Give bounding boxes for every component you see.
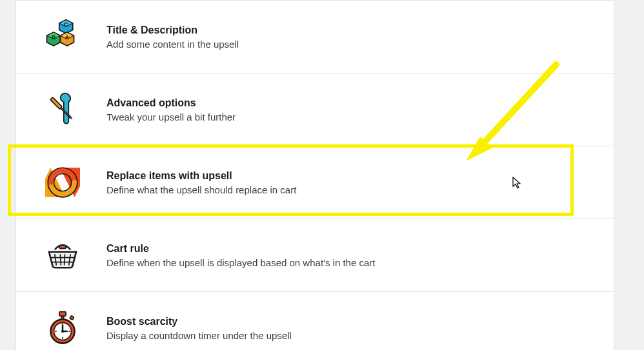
svg-point-34 [61, 330, 64, 333]
svg-line-18 [61, 254, 61, 266]
tools-icon [42, 89, 83, 130]
row-title-description[interactable]: C B A Title & Description Add some conte… [16, 1, 614, 73]
row-desc: Add some content in the upsell [106, 39, 588, 50]
settings-list: C B A Title & Description Add some conte… [15, 0, 614, 350]
svg-rect-16 [59, 245, 66, 248]
svg-line-19 [65, 254, 65, 266]
row-title: Advanced options [106, 97, 588, 109]
svg-point-15 [54, 174, 72, 191]
svg-text:A: A [65, 34, 70, 41]
stopwatch-icon [42, 307, 83, 349]
svg-text:C: C [64, 21, 68, 28]
svg-text:B: B [52, 34, 55, 41]
row-text: Replace items with upsell Define what th… [106, 170, 588, 195]
row-title: Replace items with upsell [106, 170, 588, 182]
row-desc: Define what the upsell should replace in… [106, 184, 588, 195]
row-title: Boost scarcity [106, 316, 588, 327]
row-title: Cart rule [106, 243, 588, 255]
row-title: Title & Description [106, 24, 588, 36]
blocks-icon: C B A [42, 16, 83, 57]
svg-rect-23 [59, 312, 66, 316]
row-cart-rule[interactable]: Cart rule Define when the upsell is disp… [16, 219, 614, 292]
row-text: Cart rule Define when the upsell is disp… [106, 243, 588, 268]
row-text: Advanced options Tweak your upsell a bit… [106, 97, 588, 122]
row-boost-scarcity[interactable]: Boost scarcity Display a countdown timer… [16, 292, 614, 350]
svg-rect-25 [70, 316, 74, 320]
basket-icon [42, 235, 83, 276]
row-advanced-options[interactable]: Advanced options Tweak your upsell a bit… [16, 73, 614, 146]
row-text: Boost scarcity Display a countdown timer… [106, 316, 588, 341]
replace-cycle-icon [42, 162, 83, 203]
row-desc: Tweak your upsell a bit further [106, 112, 588, 122]
row-desc: Define when the upsell is displayed base… [106, 257, 588, 268]
row-replace-items[interactable]: Replace items with upsell Define what th… [16, 146, 614, 219]
row-text: Title & Description Add some content in … [106, 24, 588, 50]
row-desc: Display a countdown timer under the upse… [106, 330, 588, 341]
